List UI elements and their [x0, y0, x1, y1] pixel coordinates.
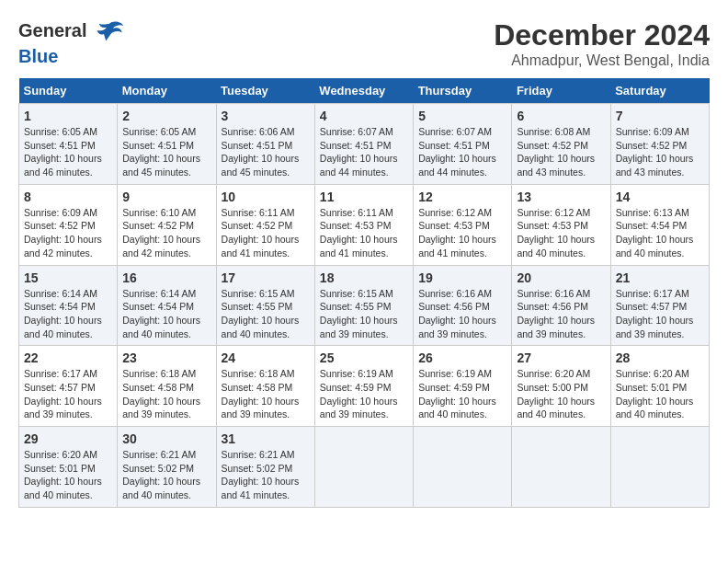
day-number: 23	[122, 350, 210, 365]
table-row: 7 Sunrise: 6:09 AM Sunset: 4:52 PM Dayli…	[610, 104, 709, 185]
day-info: Sunrise: 6:20 AM Sunset: 5:00 PM Dayligh…	[517, 367, 605, 421]
table-row: 15 Sunrise: 6:14 AM Sunset: 4:54 PM Dayl…	[19, 265, 118, 346]
day-info: Sunrise: 6:20 AM Sunset: 5:01 PM Dayligh…	[616, 367, 704, 421]
day-number: 4	[320, 109, 408, 123]
day-info: Sunrise: 6:17 AM Sunset: 4:57 PM Dayligh…	[24, 367, 112, 421]
table-row: 31 Sunrise: 6:21 AM Sunset: 5:02 PM Dayl…	[216, 427, 314, 508]
calendar-week-row: 8 Sunrise: 6:09 AM Sunset: 4:52 PM Dayli…	[19, 184, 710, 265]
table-row: 1 Sunrise: 6:05 AM Sunset: 4:51 PM Dayli…	[19, 104, 118, 185]
day-number: 30	[122, 431, 210, 446]
day-info: Sunrise: 6:07 AM Sunset: 4:51 PM Dayligh…	[418, 125, 506, 179]
day-number: 13	[517, 190, 605, 204]
table-row: 27 Sunrise: 6:20 AM Sunset: 5:00 PM Dayl…	[512, 346, 610, 427]
day-number: 5	[418, 109, 506, 123]
table-row: 20 Sunrise: 6:16 AM Sunset: 4:56 PM Dayl…	[512, 265, 610, 346]
day-number: 27	[517, 350, 605, 365]
table-row: 3 Sunrise: 6:06 AM Sunset: 4:51 PM Dayli…	[216, 104, 314, 185]
table-row: 16 Sunrise: 6:14 AM Sunset: 4:54 PM Dayl…	[118, 265, 216, 346]
day-number: 15	[24, 270, 112, 285]
table-row: 24 Sunrise: 6:18 AM Sunset: 4:58 PM Dayl…	[216, 346, 314, 427]
table-row: 13 Sunrise: 6:12 AM Sunset: 4:53 PM Dayl…	[512, 184, 610, 265]
table-row: 26 Sunrise: 6:19 AM Sunset: 4:59 PM Dayl…	[414, 346, 512, 427]
table-row: 2 Sunrise: 6:05 AM Sunset: 4:51 PM Dayli…	[118, 104, 216, 185]
table-row: 30 Sunrise: 6:21 AM Sunset: 5:02 PM Dayl…	[118, 427, 216, 508]
day-number: 31	[222, 431, 310, 446]
table-row: 11 Sunrise: 6:11 AM Sunset: 4:53 PM Dayl…	[314, 184, 413, 265]
day-number: 10	[222, 190, 310, 204]
logo-line2: Blue	[18, 46, 123, 66]
day-info: Sunrise: 6:15 AM Sunset: 4:55 PM Dayligh…	[320, 287, 408, 341]
table-row: 9 Sunrise: 6:10 AM Sunset: 4:52 PM Dayli…	[118, 184, 216, 265]
day-info: Sunrise: 6:18 AM Sunset: 4:58 PM Dayligh…	[122, 367, 210, 421]
day-number: 6	[517, 109, 605, 123]
day-info: Sunrise: 6:13 AM Sunset: 4:54 PM Dayligh…	[616, 206, 704, 260]
header-row: Sunday Monday Tuesday Wednesday Thursday…	[19, 78, 710, 104]
calendar-week-row: 22 Sunrise: 6:17 AM Sunset: 4:57 PM Dayl…	[19, 346, 710, 427]
table-row: 10 Sunrise: 6:11 AM Sunset: 4:52 PM Dayl…	[216, 184, 314, 265]
day-info: Sunrise: 6:06 AM Sunset: 4:51 PM Dayligh…	[222, 125, 310, 179]
day-info: Sunrise: 6:14 AM Sunset: 4:54 PM Dayligh…	[24, 287, 112, 341]
day-number: 12	[418, 190, 506, 204]
day-info: Sunrise: 6:19 AM Sunset: 4:59 PM Dayligh…	[320, 367, 408, 421]
day-info: Sunrise: 6:07 AM Sunset: 4:51 PM Dayligh…	[320, 125, 408, 179]
day-info: Sunrise: 6:10 AM Sunset: 4:52 PM Dayligh…	[122, 206, 210, 260]
logo-line1: General	[18, 18, 123, 46]
table-row: 23 Sunrise: 6:18 AM Sunset: 4:58 PM Dayl…	[118, 346, 216, 427]
day-info: Sunrise: 6:09 AM Sunset: 4:52 PM Dayligh…	[24, 206, 112, 260]
table-row	[414, 427, 512, 508]
day-info: Sunrise: 6:05 AM Sunset: 4:51 PM Dayligh…	[122, 125, 210, 179]
day-number: 21	[616, 270, 704, 285]
day-info: Sunrise: 6:05 AM Sunset: 4:51 PM Dayligh…	[24, 125, 112, 179]
table-row	[512, 427, 610, 508]
table-row: 5 Sunrise: 6:07 AM Sunset: 4:51 PM Dayli…	[414, 104, 512, 185]
day-number: 26	[418, 350, 506, 365]
table-row: 17 Sunrise: 6:15 AM Sunset: 4:55 PM Dayl…	[216, 265, 314, 346]
table-row: 22 Sunrise: 6:17 AM Sunset: 4:57 PM Dayl…	[19, 346, 118, 427]
day-info: Sunrise: 6:08 AM Sunset: 4:52 PM Dayligh…	[517, 125, 605, 179]
calendar-table: Sunday Monday Tuesday Wednesday Thursday…	[18, 78, 710, 508]
day-number: 14	[616, 190, 704, 204]
day-info: Sunrise: 6:18 AM Sunset: 4:58 PM Dayligh…	[222, 367, 310, 421]
table-row: 12 Sunrise: 6:12 AM Sunset: 4:53 PM Dayl…	[414, 184, 512, 265]
table-row: 6 Sunrise: 6:08 AM Sunset: 4:52 PM Dayli…	[512, 104, 610, 185]
table-row: 8 Sunrise: 6:09 AM Sunset: 4:52 PM Dayli…	[19, 184, 118, 265]
title-section: December 2024 Ahmadpur, West Bengal, Ind…	[494, 18, 710, 69]
header-monday: Monday	[118, 78, 216, 104]
table-row	[314, 427, 413, 508]
day-info: Sunrise: 6:12 AM Sunset: 4:53 PM Dayligh…	[418, 206, 506, 260]
month-title: December 2024	[494, 18, 710, 52]
day-number: 25	[320, 350, 408, 365]
day-number: 16	[122, 270, 210, 285]
day-number: 3	[222, 109, 310, 123]
table-row: 4 Sunrise: 6:07 AM Sunset: 4:51 PM Dayli…	[314, 104, 413, 185]
day-number: 18	[320, 270, 408, 285]
logo-bird-icon	[96, 18, 123, 46]
header-wednesday: Wednesday	[314, 78, 413, 104]
day-number: 19	[418, 270, 506, 285]
header-friday: Friday	[512, 78, 610, 104]
table-row: 21 Sunrise: 6:17 AM Sunset: 4:57 PM Dayl…	[610, 265, 709, 346]
day-info: Sunrise: 6:21 AM Sunset: 5:02 PM Dayligh…	[222, 448, 310, 502]
logo: General Blue	[18, 18, 123, 66]
day-info: Sunrise: 6:15 AM Sunset: 4:55 PM Dayligh…	[222, 287, 310, 341]
day-number: 24	[222, 350, 310, 365]
day-number: 7	[616, 109, 704, 123]
day-info: Sunrise: 6:12 AM Sunset: 4:53 PM Dayligh…	[517, 206, 605, 260]
day-number: 20	[517, 270, 605, 285]
day-number: 8	[24, 190, 112, 204]
table-row: 19 Sunrise: 6:16 AM Sunset: 4:56 PM Dayl…	[414, 265, 512, 346]
calendar-week-row: 1 Sunrise: 6:05 AM Sunset: 4:51 PM Dayli…	[19, 104, 710, 185]
day-info: Sunrise: 6:16 AM Sunset: 4:56 PM Dayligh…	[517, 287, 605, 341]
day-info: Sunrise: 6:14 AM Sunset: 4:54 PM Dayligh…	[122, 287, 210, 341]
header-thursday: Thursday	[414, 78, 512, 104]
day-info: Sunrise: 6:09 AM Sunset: 4:52 PM Dayligh…	[616, 125, 704, 179]
day-number: 9	[122, 190, 210, 204]
day-info: Sunrise: 6:11 AM Sunset: 4:52 PM Dayligh…	[222, 206, 310, 260]
day-info: Sunrise: 6:21 AM Sunset: 5:02 PM Dayligh…	[122, 448, 210, 502]
header-tuesday: Tuesday	[216, 78, 314, 104]
table-row: 28 Sunrise: 6:20 AM Sunset: 5:01 PM Dayl…	[610, 346, 709, 427]
day-number: 17	[222, 270, 310, 285]
table-row: 25 Sunrise: 6:19 AM Sunset: 4:59 PM Dayl…	[314, 346, 413, 427]
day-number: 29	[24, 431, 112, 446]
location-title: Ahmadpur, West Bengal, India	[494, 52, 710, 69]
